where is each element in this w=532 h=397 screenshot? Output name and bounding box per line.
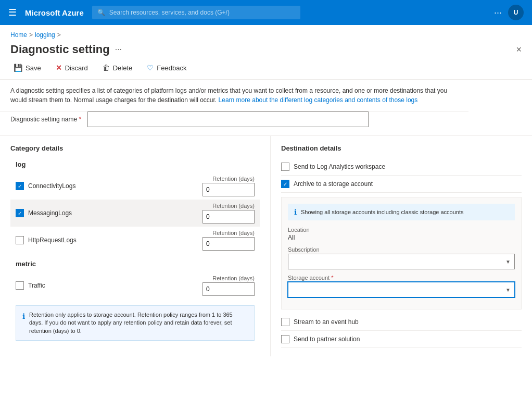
breadcrumb-home[interactable]: Home (10, 31, 27, 39)
delete-label: Delete (113, 64, 133, 72)
httprequest-retention: Retention (days) (187, 230, 255, 251)
traffic-checkbox[interactable] (16, 281, 24, 290)
connectivity-retention-label: Retention (days) (212, 176, 255, 182)
delete-icon: 🗑 (103, 64, 110, 72)
toolbar: 💾 Save ✕ Discard 🗑 Delete ♡ Feedback (0, 56, 532, 80)
breadcrumb-logging[interactable]: logging (35, 31, 55, 39)
traffic-retention-label: Retention (days) (212, 275, 255, 281)
subscription-select-container: ▼ (288, 254, 515, 269)
discard-icon: ✕ (56, 64, 62, 72)
breadcrumb-sep2: > (57, 31, 61, 39)
avatar[interactable]: U (508, 5, 524, 20)
feedback-label: Feedback (157, 64, 186, 72)
subscription-select[interactable] (288, 254, 515, 269)
traffic-row: Traffic Retention (days) (10, 272, 260, 299)
httprequest-retention-label: Retention (days) (212, 230, 255, 236)
storage-account-label: Archive to a storage account (294, 180, 373, 188)
messaging-retention-label: Retention (days) (212, 203, 255, 209)
storage-account-item: ✓ Archive to a storage account (281, 176, 522, 193)
messaging-label: MessagingLogs (28, 209, 72, 217)
description-text: A diagnostic setting specifies a list of… (0, 80, 468, 111)
info-icon: ℹ (22, 312, 25, 335)
storage-info-box: ℹ Showing all storage accounts including… (288, 204, 515, 220)
partner-solution-label: Send to partner solution (294, 336, 360, 343)
connectivity-label: ConnectivityLogs (28, 182, 75, 190)
content-area: Category details log ✓ ConnectivityLogs … (0, 136, 532, 356)
messaging-logs-row: ✓ MessagingLogs Retention (days) (10, 200, 260, 227)
save-button[interactable]: 💾 Save (10, 61, 44, 74)
log-analytics-item: Send to Log Analytics workspace (281, 158, 522, 176)
retention-info-box: ℹ Retention only applies to storage acco… (16, 305, 255, 341)
subscription-label: Subscription (288, 246, 515, 253)
more-options[interactable]: ··· (494, 7, 502, 18)
save-icon: 💾 (14, 64, 22, 72)
hamburger-menu[interactable]: ☰ (8, 7, 17, 18)
location-label: Location (288, 227, 515, 233)
breadcrumb: Home > logging > (0, 25, 532, 39)
storage-info-icon: ℹ (294, 208, 297, 216)
httprequest-checkbox-container: HttpRequestLogs (16, 236, 187, 244)
page-header: Diagnostic setting ··· × (0, 39, 532, 56)
description-link[interactable]: Learn more about the different log categ… (219, 96, 418, 104)
httprequest-label: HttpRequestLogs (28, 237, 77, 244)
left-panel: Category details log ✓ ConnectivityLogs … (10, 136, 271, 356)
storage-account-required-label: Storage account * (288, 275, 515, 281)
location-field: Location All (288, 227, 515, 241)
traffic-checkbox-container: Traffic (16, 281, 187, 290)
traffic-label: Traffic (28, 282, 45, 289)
storage-account-select[interactable] (288, 282, 515, 297)
connectivity-retention: Retention (days) (187, 176, 255, 196)
close-button[interactable]: × (516, 44, 522, 55)
page-title: Diagnostic setting (10, 43, 110, 56)
search-bar[interactable]: 🔍 (92, 6, 300, 19)
storage-account-select-container: ▼ (288, 282, 515, 297)
event-hub-item: Stream to an event hub (281, 314, 522, 331)
messaging-checkbox[interactable]: ✓ (16, 209, 24, 217)
page-ellipsis-menu[interactable]: ··· (115, 45, 122, 54)
main-area: Home > logging > Diagnostic setting ··· … (0, 25, 532, 397)
feedback-button[interactable]: ♡ Feedback (144, 61, 189, 74)
traffic-retention: Retention (days) (187, 275, 255, 296)
search-input[interactable] (109, 9, 295, 16)
connectivity-checkbox[interactable]: ✓ (16, 182, 24, 190)
connectivity-retention-input[interactable] (202, 183, 255, 196)
messaging-checkbox-container: ✓ MessagingLogs (16, 209, 187, 217)
httprequest-checkbox[interactable] (16, 236, 24, 244)
event-hub-label: Stream to an event hub (294, 318, 359, 326)
storage-expanded-section: ℹ Showing all storage accounts including… (281, 197, 522, 309)
feedback-icon: ♡ (147, 64, 154, 72)
connectivity-logs-row: ✓ ConnectivityLogs Retention (days) (10, 172, 260, 200)
messaging-retention-input[interactable] (202, 210, 255, 224)
discard-button[interactable]: ✕ Discard (53, 61, 91, 74)
save-label: Save (26, 64, 41, 72)
search-icon: 🔍 (97, 9, 105, 16)
partner-solution-item: Send to partner solution (281, 331, 522, 348)
location-value: All (288, 234, 515, 241)
log-analytics-label: Send to Log Analytics workspace (294, 163, 385, 170)
delete-button[interactable]: 🗑 Delete (99, 61, 136, 74)
retention-info-text: Retention only applies to storage accoun… (29, 311, 248, 335)
log-analytics-checkbox[interactable] (281, 163, 289, 171)
discard-label: Discard (65, 64, 88, 72)
setting-name-label: Diagnostic setting name * (10, 116, 81, 123)
storage-account-field: Storage account * ▼ (288, 275, 515, 297)
httprequest-logs-row: HttpRequestLogs Retention (days) (10, 227, 260, 254)
setting-name-row: Diagnostic setting name * (0, 111, 532, 136)
brand-name: Microsoft Azure (25, 8, 84, 17)
top-navigation: ☰ Microsoft Azure 🔍 ··· U (0, 0, 532, 25)
breadcrumb-sep1: > (29, 31, 33, 39)
httprequest-retention-input[interactable] (202, 237, 255, 251)
storage-account-checkbox[interactable]: ✓ (281, 180, 289, 188)
setting-name-input[interactable] (87, 111, 369, 127)
partner-solution-checkbox[interactable] (281, 335, 289, 343)
connectivity-checkbox-container: ✓ ConnectivityLogs (16, 182, 187, 190)
log-group-label: log (10, 158, 260, 172)
messaging-retention: Retention (days) (187, 203, 255, 224)
required-marker: * (77, 116, 81, 123)
traffic-retention-input[interactable] (202, 282, 255, 296)
storage-required-marker: * (330, 275, 333, 281)
category-details-header: Category details (10, 144, 260, 152)
event-hub-checkbox[interactable] (281, 318, 289, 326)
storage-info-text: Showing all storage accounts including c… (301, 209, 463, 215)
nav-right: ··· U (494, 5, 524, 20)
